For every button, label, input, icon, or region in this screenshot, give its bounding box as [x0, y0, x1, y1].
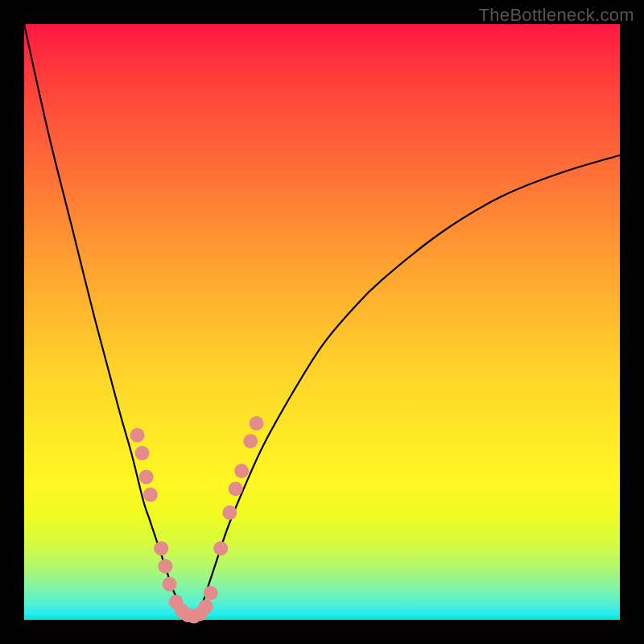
chart-svg — [24, 24, 620, 620]
marker-dot — [222, 506, 237, 520]
curve-left-branch — [24, 24, 191, 620]
marker-dot — [158, 559, 172, 573]
marker-dot — [250, 416, 264, 431]
marker-dot — [130, 428, 145, 443]
marker-dot — [135, 446, 150, 460]
marker-dot — [163, 577, 177, 592]
marker-dot — [213, 541, 228, 555]
marker-dot — [154, 541, 168, 555]
marker-dot — [143, 488, 158, 502]
marker-dot — [243, 434, 258, 448]
marker-dot — [204, 586, 218, 601]
curve-right-branch — [191, 155, 620, 620]
marker-dot — [139, 469, 154, 484]
marker-dot — [229, 481, 243, 496]
watermark-text: TheBottleneck.com — [479, 5, 634, 26]
marker-dot — [199, 600, 213, 614]
marker-dot — [234, 464, 249, 478]
